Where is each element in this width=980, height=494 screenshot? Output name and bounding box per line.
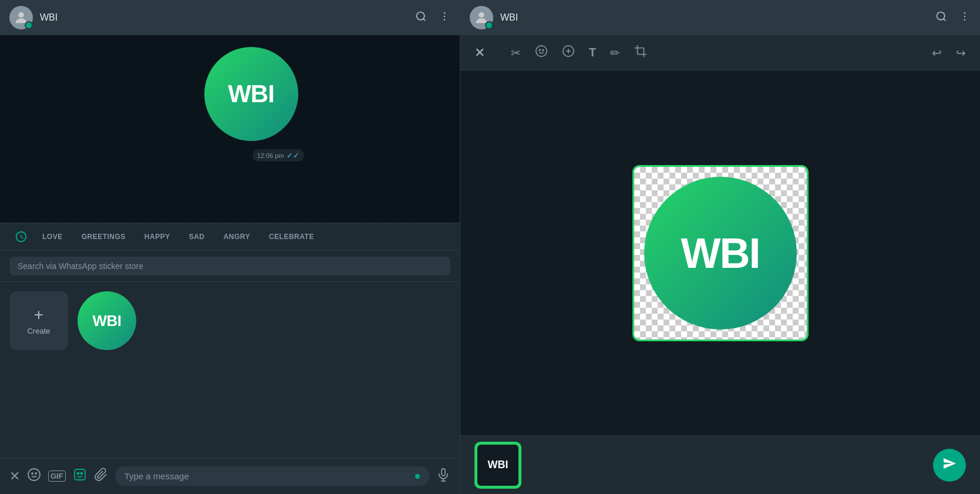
mic-icon[interactable] bbox=[436, 468, 450, 485]
header-icons bbox=[415, 11, 450, 25]
sticker-wbi-item[interactable]: WBI bbox=[78, 291, 136, 350]
svg-point-21 bbox=[536, 46, 547, 56]
svg-line-17 bbox=[944, 18, 946, 21]
right-header-left: WBI bbox=[470, 6, 928, 29]
wbi-sticker-circle: WBI bbox=[204, 47, 298, 141]
tab-angry[interactable]: ANGRY bbox=[214, 226, 260, 248]
tab-recent[interactable] bbox=[9, 223, 33, 250]
svg-rect-9 bbox=[75, 469, 85, 480]
svg-point-20 bbox=[964, 19, 966, 21]
input-dot bbox=[415, 474, 420, 479]
more-options-icon[interactable] bbox=[439, 11, 450, 25]
right-avatar[interactable] bbox=[470, 6, 493, 29]
gif-icon[interactable]: GIF bbox=[48, 471, 66, 482]
text-icon[interactable]: T bbox=[589, 46, 596, 59]
send-sticker-button[interactable] bbox=[933, 449, 966, 482]
time-text: 12:06 pm bbox=[257, 152, 284, 159]
tab-sad[interactable]: SAD bbox=[180, 226, 214, 248]
right-bottom-bar: WBI bbox=[460, 435, 980, 494]
sticker-search-container bbox=[0, 251, 460, 282]
editor-toolbar: ✕ ✂ T ✏ ↩ ↪ bbox=[460, 35, 980, 70]
sticker-tabs: LOVE GREETINGS HAPPY SAD ANGRY CELEBRATE bbox=[0, 223, 460, 251]
wbi-sticker-text: WBI bbox=[228, 80, 274, 108]
message-time: 12:06 pm ✓✓ bbox=[252, 149, 304, 162]
scissors-icon[interactable]: ✂ bbox=[511, 46, 521, 60]
right-chat-header: WBI bbox=[460, 0, 980, 35]
sticker-preview-inner: WBI bbox=[477, 445, 518, 486]
svg-point-23 bbox=[543, 49, 544, 51]
draw-icon[interactable]: ✏ bbox=[610, 46, 620, 60]
undo-icon[interactable]: ↩ bbox=[932, 46, 942, 60]
editor-close-icon[interactable]: ✕ bbox=[474, 45, 485, 61]
plus-icon: + bbox=[34, 307, 43, 323]
editor-emoji-icon[interactable] bbox=[535, 45, 548, 61]
svg-point-10 bbox=[77, 472, 79, 474]
right-header-icons bbox=[935, 11, 971, 25]
create-label: Create bbox=[27, 327, 50, 335]
message-input-container bbox=[115, 466, 429, 486]
right-search-icon[interactable] bbox=[935, 11, 947, 25]
svg-point-15 bbox=[479, 12, 484, 18]
attach-icon[interactable] bbox=[94, 468, 108, 485]
svg-line-2 bbox=[423, 18, 426, 21]
svg-point-6 bbox=[28, 469, 40, 480]
svg-point-19 bbox=[964, 15, 966, 17]
sticker-preview-box: WBI bbox=[474, 442, 521, 489]
left-panel: WBI WBI 12:06 pm ✓✓ bbox=[0, 0, 460, 494]
bottom-toolbar: ✕ GIF bbox=[0, 458, 460, 494]
chat-name: WBI bbox=[40, 12, 408, 23]
sticker-canvas: WBI bbox=[632, 165, 809, 341]
canvas-wbi-circle: WBI bbox=[644, 177, 797, 330]
create-sticker-button[interactable]: + Create bbox=[9, 291, 68, 350]
svg-rect-12 bbox=[442, 469, 445, 476]
right-chat-name: WBI bbox=[500, 12, 928, 23]
svg-point-7 bbox=[32, 473, 33, 474]
avatar[interactable] bbox=[9, 6, 33, 29]
sticker-grid: + Create WBI bbox=[0, 282, 460, 458]
tab-happy[interactable]: HAPPY bbox=[135, 226, 180, 248]
tab-love[interactable]: LOVE bbox=[33, 226, 72, 248]
search-icon[interactable] bbox=[415, 11, 427, 25]
svg-point-16 bbox=[937, 12, 945, 19]
avatar-badge bbox=[25, 21, 33, 29]
sticker-add-icon[interactable] bbox=[562, 45, 575, 61]
right-more-options-icon[interactable] bbox=[959, 11, 971, 25]
svg-point-8 bbox=[35, 473, 36, 474]
svg-point-18 bbox=[964, 12, 966, 14]
read-receipt: ✓✓ bbox=[287, 151, 299, 160]
chat-area: WBI 12:06 pm ✓✓ bbox=[0, 35, 460, 223]
emoji-icon[interactable] bbox=[27, 468, 41, 485]
sticker-image: WBI bbox=[198, 41, 304, 147]
sticker-wbi-text: WBI bbox=[92, 312, 121, 330]
sticker-message: WBI 12:06 pm ✓✓ bbox=[198, 41, 304, 162]
crop-icon[interactable] bbox=[634, 45, 647, 61]
right-panel: WBI ✕ ✂ T ✏ ↩ ↪ bbox=[460, 0, 980, 494]
canvas-wbi-text: WBI bbox=[681, 229, 760, 277]
close-chat-icon[interactable]: ✕ bbox=[9, 469, 20, 484]
editor-main: WBI bbox=[460, 70, 980, 435]
svg-point-22 bbox=[539, 49, 540, 51]
svg-point-0 bbox=[18, 12, 23, 18]
sticker-picker: LOVE GREETINGS HAPPY SAD ANGRY CELEBRATE… bbox=[0, 223, 460, 458]
svg-point-1 bbox=[417, 12, 425, 19]
svg-point-11 bbox=[80, 472, 82, 474]
redo-icon[interactable]: ↪ bbox=[956, 46, 966, 60]
message-input[interactable] bbox=[124, 471, 410, 481]
svg-point-4 bbox=[444, 15, 446, 17]
tab-celebrate[interactable]: CELEBRATE bbox=[260, 226, 324, 248]
send-icon bbox=[942, 456, 957, 474]
chat-header: WBI bbox=[0, 0, 460, 35]
right-avatar-badge bbox=[485, 21, 493, 29]
preview-wbi-text: WBI bbox=[488, 459, 508, 471]
sticker-search-input[interactable] bbox=[9, 257, 450, 275]
svg-point-5 bbox=[444, 19, 446, 21]
tab-greetings[interactable]: GREETINGS bbox=[72, 226, 135, 248]
svg-point-3 bbox=[444, 12, 446, 14]
sticker-picker-icon[interactable] bbox=[73, 468, 87, 485]
